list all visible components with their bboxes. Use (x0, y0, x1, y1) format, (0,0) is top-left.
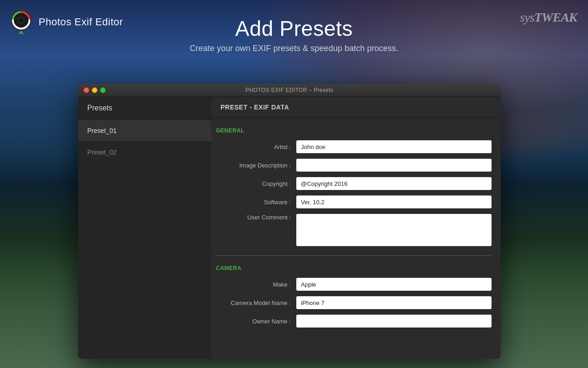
page-title: Add Presets (235, 16, 353, 41)
brand-sys: sys (520, 10, 534, 24)
input-camera-model-name[interactable] (296, 296, 492, 309)
logo-icon (9, 8, 33, 36)
input-owner-name[interactable] (296, 315, 492, 328)
input-make[interactable] (296, 278, 492, 291)
macos-window: PHOTOS EXIF EDITOR – Presets Presets Pre… (78, 84, 501, 359)
form-row-owner-name: Owner Name : (216, 315, 492, 328)
form-row-camera-model-name: Camera Model Name : (216, 296, 492, 309)
label-image-description: Image Description : (216, 162, 296, 169)
section-divider (216, 255, 492, 256)
form-row-user-comment: User Comment : (216, 214, 492, 246)
label-artist: Artist : (216, 144, 296, 150)
traffic-lights (84, 87, 106, 93)
form-row-software: Software : (216, 196, 492, 208)
label-camera-model-name: Camera Model Name : (216, 299, 296, 306)
title-bar: PHOTOS EXIF EDITOR – Presets (78, 84, 501, 97)
window-title: PHOTOS EXIF EDITOR – Presets (245, 87, 333, 93)
sidebar-item-preset02[interactable]: Preset_02 (78, 142, 211, 163)
minimize-button[interactable] (92, 87, 97, 93)
section-label-camera: CAMERA (216, 265, 492, 271)
svg-point-3 (19, 18, 23, 23)
form-heading: PRESET - EXIF DATA (220, 104, 289, 111)
maximize-button[interactable] (100, 87, 106, 93)
form-row-make: Make : (216, 278, 492, 291)
page-subtitle: Create your own EXIF presets & speedup b… (190, 44, 398, 53)
input-user-comment[interactable] (296, 214, 492, 246)
close-button[interactable] (84, 87, 89, 93)
sidebar-item-label-preset02: Preset_02 (87, 149, 117, 156)
app-name-label: Photos Exif Editor (39, 16, 123, 28)
input-image-description[interactable] (296, 159, 492, 172)
label-make: Make : (216, 281, 296, 288)
app-logo: Photos Exif Editor (9, 8, 123, 36)
input-artist[interactable] (296, 140, 492, 153)
label-owner-name: Owner Name : (216, 318, 296, 325)
header: Photos Exif Editor sysTWEAK Add Presets … (0, 0, 588, 80)
label-user-comment: User Comment : (216, 214, 296, 221)
sidebar-header: Presets (78, 97, 211, 120)
form-row-copyright: Copyright : (216, 177, 492, 190)
label-software: Software : (216, 199, 296, 206)
input-copyright[interactable] (296, 177, 492, 190)
section-label-general: GENERAL (216, 127, 492, 134)
input-software[interactable] (296, 196, 492, 208)
sidebar: Presets Preset_01 Preset_02 (78, 97, 211, 359)
sidebar-heading: Presets (87, 104, 112, 112)
content-header: PRESET - EXIF DATA (211, 97, 501, 118)
brand-tweak: TWEAK (534, 10, 577, 24)
window-body: Presets Preset_01 Preset_02 PRESET - EXI… (78, 97, 501, 359)
label-copyright: Copyright : (216, 180, 296, 187)
main-content: PRESET - EXIF DATA GENERAL Artist : Imag… (211, 97, 501, 359)
form-row-artist: Artist : (216, 140, 492, 153)
brand-logo: sysTWEAK (520, 10, 577, 25)
form-area[interactable]: GENERAL Artist : Image Description : Cop… (211, 118, 501, 359)
form-row-image-description: Image Description : (216, 159, 492, 172)
sidebar-item-preset01[interactable]: Preset_01 (78, 120, 211, 142)
sidebar-item-label-preset01: Preset_01 (87, 127, 117, 134)
